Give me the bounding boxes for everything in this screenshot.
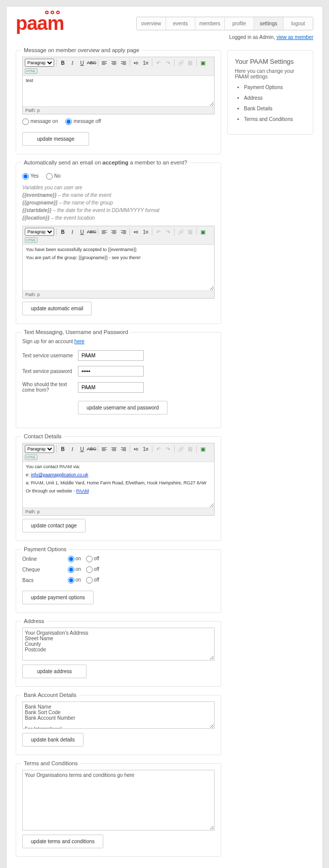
legend: Automatically send an email on accepting… bbox=[21, 159, 190, 166]
ol-icon[interactable]: 1≡ bbox=[142, 445, 150, 453]
link-icon[interactable]: 🔗 bbox=[177, 445, 185, 453]
ul-icon[interactable]: •≡ bbox=[132, 59, 140, 67]
strike-icon[interactable]: ABC bbox=[88, 59, 96, 67]
online-off-radio[interactable]: off bbox=[86, 556, 99, 562]
view-as-member-link[interactable]: view as member bbox=[276, 34, 313, 40]
unlink-icon[interactable]: ⛓ bbox=[186, 228, 194, 236]
update-address-button[interactable]: update address bbox=[22, 665, 87, 678]
underline-icon[interactable]: U bbox=[78, 228, 86, 236]
bold-icon[interactable]: B bbox=[59, 228, 67, 236]
terms-textarea[interactable]: Your Organisations terms and conditions … bbox=[22, 770, 215, 831]
redo-icon[interactable]: ↷ bbox=[164, 59, 172, 67]
text-password-input[interactable] bbox=[78, 366, 144, 377]
text-from-input[interactable] bbox=[78, 382, 144, 393]
align-left-icon[interactable] bbox=[100, 228, 108, 236]
underline-icon[interactable]: U bbox=[78, 445, 86, 453]
bacs-on-radio[interactable]: on bbox=[68, 577, 81, 584]
update-bank-button[interactable]: update bank details bbox=[22, 733, 84, 747]
html-icon[interactable]: HTML bbox=[25, 237, 37, 243]
ul-icon[interactable]: •≡ bbox=[132, 445, 140, 453]
redo-icon[interactable]: ↷ bbox=[164, 228, 172, 236]
strike-icon[interactable]: ABC bbox=[88, 228, 96, 236]
editor-body[interactable]: You have been successfully accepted to {… bbox=[23, 245, 214, 291]
undo-icon[interactable]: ↶ bbox=[154, 445, 162, 453]
image-icon[interactable]: ▣ bbox=[199, 228, 207, 236]
label-username: Text service username bbox=[22, 353, 78, 358]
align-center-icon[interactable] bbox=[110, 228, 118, 236]
cheque-on-radio[interactable]: on bbox=[68, 566, 81, 573]
align-right-icon[interactable] bbox=[119, 445, 128, 453]
format-select[interactable]: Paragraph bbox=[25, 445, 54, 453]
align-center-icon[interactable] bbox=[110, 59, 118, 67]
nav-profile[interactable]: profile bbox=[225, 17, 254, 30]
align-right-icon[interactable] bbox=[119, 228, 128, 236]
align-left-icon[interactable] bbox=[100, 59, 108, 67]
ul-icon[interactable]: •≡ bbox=[132, 228, 140, 236]
format-select[interactable]: Paragraph bbox=[25, 228, 54, 236]
update-terms-button[interactable]: update terms and conditions bbox=[22, 835, 103, 848]
sidebar-item-payment[interactable]: Payment Options bbox=[244, 85, 306, 90]
label-bacs: Bacs bbox=[22, 577, 68, 583]
bold-icon[interactable]: B bbox=[59, 445, 67, 453]
sidebar-item-terms[interactable]: Terms and Conditions bbox=[244, 116, 306, 122]
image-icon[interactable]: ▣ bbox=[199, 59, 207, 67]
address-textarea[interactable]: Your Organisation's Address Street Name … bbox=[22, 628, 215, 660]
html-icon[interactable]: HTML bbox=[25, 68, 37, 74]
editor-body[interactable]: test bbox=[23, 76, 214, 106]
message-off-radio[interactable]: message off bbox=[65, 118, 101, 124]
format-select[interactable]: Paragraph bbox=[25, 59, 54, 67]
nav-settings[interactable]: settings bbox=[254, 17, 283, 30]
ol-icon[interactable]: 1≡ bbox=[142, 59, 150, 67]
update-auto-email-button[interactable]: update automatic email bbox=[22, 302, 92, 315]
legend: Bank Account Details bbox=[21, 692, 79, 698]
auto-email-no-radio[interactable]: No bbox=[46, 173, 61, 179]
cheque-off-radio[interactable]: off bbox=[86, 566, 99, 573]
signup-link[interactable]: here bbox=[74, 339, 85, 344]
text-username-input[interactable] bbox=[78, 350, 144, 361]
unlink-icon[interactable]: ⛓ bbox=[186, 59, 194, 67]
bank-textarea[interactable]: Bank Name Bank Sort Code Bank Account Nu… bbox=[22, 701, 215, 729]
editor-body[interactable]: You can contact PAAM via: e: info@paamap… bbox=[23, 462, 214, 508]
section-message: Message on member overview and apply pag… bbox=[16, 50, 221, 154]
legend: Terms and Conditions bbox=[21, 760, 80, 766]
nav-members[interactable]: members bbox=[195, 17, 225, 30]
underline-icon[interactable]: U bbox=[78, 59, 86, 67]
nav-overview[interactable]: overview bbox=[137, 17, 166, 30]
nav-events[interactable]: events bbox=[166, 17, 195, 30]
label-password: Text service password bbox=[22, 368, 78, 374]
update-payment-button[interactable]: update payment options bbox=[22, 591, 94, 604]
update-contact-button[interactable]: update contact page bbox=[22, 519, 86, 532]
section-contact-details: Contact Details Paragraph B I U ABC •≡ 1… bbox=[16, 436, 221, 541]
update-message-button[interactable]: update message bbox=[22, 132, 89, 146]
sidebar-item-address[interactable]: Address bbox=[244, 95, 306, 101]
message-on-radio[interactable]: message on bbox=[22, 118, 58, 124]
redo-icon[interactable]: ↷ bbox=[164, 445, 172, 453]
undo-icon[interactable]: ↶ bbox=[154, 228, 162, 236]
sidebar-desc: Here you can change your PAAM settings bbox=[235, 68, 306, 79]
ol-icon[interactable]: 1≡ bbox=[142, 228, 150, 236]
bacs-off-radio[interactable]: off bbox=[86, 577, 99, 584]
italic-icon[interactable]: I bbox=[68, 228, 76, 236]
auto-email-yes-radio[interactable]: Yes bbox=[22, 173, 38, 179]
html-icon[interactable]: HTML bbox=[25, 454, 37, 460]
editor-message: Paragraph B I U ABC •≡ 1≡ ↶ ↷ 🔗 ⛓ ▣ HTML… bbox=[22, 57, 215, 114]
italic-icon[interactable]: I bbox=[68, 445, 76, 453]
section-auto-email: Automatically send an email on accepting… bbox=[16, 162, 221, 324]
bold-icon[interactable]: B bbox=[59, 59, 67, 67]
unlink-icon[interactable]: ⛓ bbox=[186, 445, 194, 453]
align-right-icon[interactable] bbox=[119, 59, 128, 67]
label-cheque: Cheque bbox=[22, 567, 68, 572]
update-username-password-button[interactable]: update username and password bbox=[78, 401, 168, 415]
sidebar-item-bank[interactable]: Bank Details bbox=[244, 106, 306, 111]
italic-icon[interactable]: I bbox=[68, 59, 76, 67]
align-center-icon[interactable] bbox=[110, 445, 118, 453]
signup-text: Sign up for an account here bbox=[22, 339, 215, 344]
strike-icon[interactable]: ABC bbox=[88, 445, 96, 453]
link-icon[interactable]: 🔗 bbox=[177, 59, 185, 67]
online-on-radio[interactable]: on bbox=[68, 556, 81, 562]
align-left-icon[interactable] bbox=[100, 445, 108, 453]
undo-icon[interactable]: ↶ bbox=[154, 59, 162, 67]
image-icon[interactable]: ▣ bbox=[199, 445, 207, 453]
link-icon[interactable]: 🔗 bbox=[177, 228, 185, 236]
nav-logout[interactable]: logout bbox=[283, 17, 313, 30]
